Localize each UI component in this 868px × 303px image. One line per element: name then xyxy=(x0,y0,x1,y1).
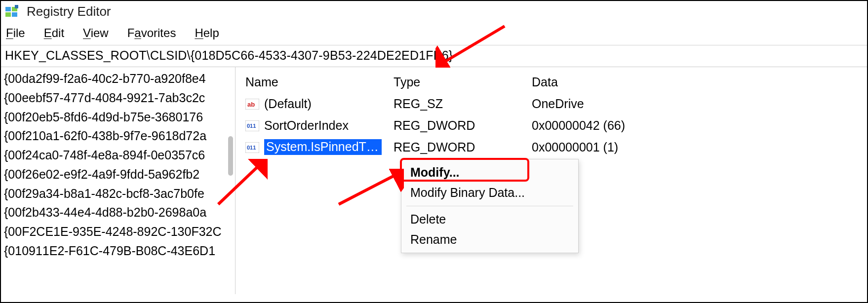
tree-key[interactable]: {00f2b433-44e4-4d88-b2b0-2698a0a xyxy=(3,203,235,222)
registry-icon xyxy=(5,5,19,19)
menu-favorites[interactable]: Favorites xyxy=(127,26,176,40)
menu-item-rename[interactable]: Rename xyxy=(401,229,578,250)
address-bar[interactable]: HKEY_CLASSES_ROOT\CLSID\{018D5C66-4533-4… xyxy=(1,45,867,67)
col-type[interactable]: Type xyxy=(394,75,532,89)
value-row[interactable]: ab (Default) REG_SZ OneDrive xyxy=(236,93,867,114)
titlebar: Registry Editor xyxy=(1,1,867,22)
value-name: SortOrderIndex xyxy=(264,118,349,133)
key-tree[interactable]: {00da2f99-f2a6-40c2-b770-a920f8e4 {00eeb… xyxy=(1,67,236,294)
menu-item-modify-binary[interactable]: Modify Binary Data... xyxy=(401,183,578,203)
tree-key[interactable]: {00eebf57-477d-4084-9921-7ab3c2c xyxy=(3,88,235,108)
value-type: REG_DWORD xyxy=(394,118,532,133)
svg-rect-3 xyxy=(12,12,17,17)
menu-help[interactable]: Help xyxy=(195,26,219,40)
tree-key[interactable]: {00f29a34-b8a1-482c-bcf8-3ac7b0fe xyxy=(3,184,235,203)
dword-value-icon: 011 xyxy=(245,142,259,152)
tree-key[interactable]: {00f24ca0-748f-4e8a-894f-0e0357c6 xyxy=(3,146,235,165)
context-menu: Modify... Modify Binary Data... Delete R… xyxy=(401,159,579,253)
string-value-icon: ab xyxy=(245,98,259,109)
column-headers: Name Type Data xyxy=(236,71,867,93)
svg-text:ab: ab xyxy=(247,101,255,108)
dword-value-icon: 011 xyxy=(245,120,259,131)
tree-key[interactable]: {00f26e02-e9f2-4a9f-9fdd-5a962fb2 xyxy=(3,165,235,184)
col-data[interactable]: Data xyxy=(532,75,867,89)
svg-text:011: 011 xyxy=(247,145,256,151)
menu-item-modify[interactable]: Modify... xyxy=(401,162,578,183)
window-title: Registry Editor xyxy=(27,4,111,19)
value-row[interactable]: 011 SortOrderIndex REG_DWORD 0x00000042 … xyxy=(236,114,867,136)
tree-key[interactable]: {00f210a1-62f0-438b-9f7e-9618d72a xyxy=(3,126,235,146)
menu-item-delete[interactable]: Delete xyxy=(401,209,578,229)
value-type: REG_DWORD xyxy=(394,140,532,154)
value-row-selected[interactable]: 011 System.IsPinnedT… REG_DWORD 0x000000… xyxy=(236,136,867,158)
tree-key[interactable]: {010911E2-F61C-479B-B08C-43E6D1 xyxy=(3,241,235,261)
tree-key[interactable]: {00f20eb5-8fd6-4d9d-b75e-3680176 xyxy=(3,108,235,127)
svg-text:011: 011 xyxy=(247,123,256,129)
svg-rect-4 xyxy=(15,5,18,8)
menubar: File Edit View Favorites Help xyxy=(1,22,867,45)
value-type: REG_SZ xyxy=(394,97,532,111)
value-data: 0x00000042 (66) xyxy=(532,118,867,133)
value-name: System.IsPinnedT… xyxy=(264,139,382,155)
menu-view[interactable]: View xyxy=(83,26,109,40)
value-data: OneDrive xyxy=(532,97,867,111)
value-data: 0x00000001 (1) xyxy=(532,140,867,154)
menu-file[interactable]: File xyxy=(6,26,25,40)
menu-separator xyxy=(406,206,573,206)
value-name: (Default) xyxy=(264,97,312,111)
svg-rect-0 xyxy=(5,7,11,11)
tree-key[interactable]: {00F2CE1E-935E-4248-892C-130F32C xyxy=(3,222,235,241)
tree-scrollbar-thumb[interactable] xyxy=(228,136,233,176)
menu-edit[interactable]: Edit xyxy=(44,26,64,40)
tree-key[interactable]: {00da2f99-f2a6-40c2-b770-a920f8e4 xyxy=(3,69,235,88)
svg-rect-2 xyxy=(5,12,11,17)
col-name[interactable]: Name xyxy=(245,75,394,89)
